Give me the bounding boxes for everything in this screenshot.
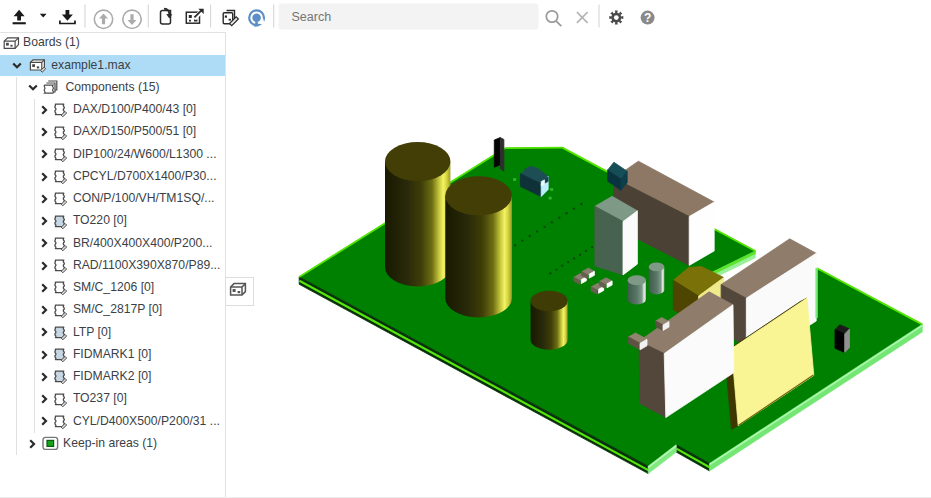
- svg-text:Search: Search: [292, 10, 332, 24]
- svg-text:?: ?: [644, 11, 651, 25]
